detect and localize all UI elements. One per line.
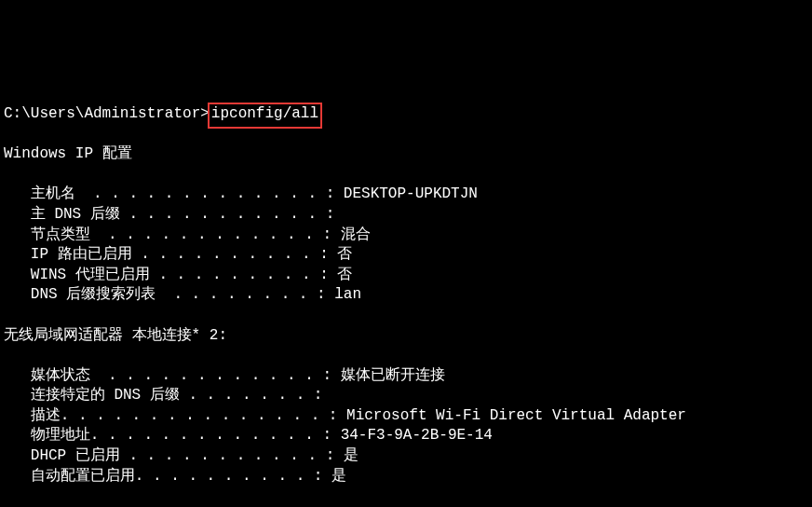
kv-row: DHCP 已启用 . . . . . . . . . . . : 是 [4,447,359,464]
kv-value: Microsoft Wi-Fi Direct Virtual Adapter [346,407,686,424]
kv-label: WINS 代理已启用 . . . . . . . . . : [4,267,337,283]
kv-row: WINS 代理已启用 . . . . . . . . . : 否 [4,267,352,283]
kv-label: 连接特定的 DNS 后缀 . . . . . . . : [4,387,332,404]
kv-value: 是 [344,447,359,464]
kv-value: DESKTOP-UPKDTJN [344,185,478,202]
kv-row: 主机名 . . . . . . . . . . . . . : DESKTOP-… [4,185,478,202]
command-highlight: ipconfig/all [208,103,322,129]
terminal-output[interactable]: C:\Users\Administrator>ipconfig/all Wind… [0,101,812,507]
kv-label: 媒体状态 . . . . . . . . . . . . : [4,367,341,384]
kv-row: 自动配置已启用. . . . . . . . . . : 是 [4,468,346,485]
kv-label: 物理地址. . . . . . . . . . . . . : [4,427,341,444]
kv-value: 34-F3-9A-2B-9E-14 [341,427,493,444]
kv-row: DNS 后缀搜索列表 . . . . . . . . : lan [4,286,361,303]
kv-row: 描述. . . . . . . . . . . . . . . : Micros… [4,407,686,424]
command-text: ipconfig/all [211,105,318,122]
kv-label: 主 DNS 后缀 . . . . . . . . . . . : [4,206,344,223]
kv-label: IP 路由已启用 . . . . . . . . . . : [4,246,337,263]
kv-label: 节点类型 . . . . . . . . . . . . : [4,226,341,243]
kv-row: 主 DNS 后缀 . . . . . . . . . . . : [4,206,344,223]
kv-label: 描述. . . . . . . . . . . . . . . : [4,407,346,424]
kv-row: IP 路由已启用 . . . . . . . . . . : 否 [4,246,352,263]
section-heading: Windows IP 配置 [4,145,132,162]
kv-value: lan [334,286,361,303]
kv-label: 自动配置已启用. . . . . . . . . . : [4,468,332,485]
kv-label: 主机名 . . . . . . . . . . . . . : [4,185,344,202]
kv-label: DNS 后缀搜索列表 . . . . . . . . : [4,286,334,303]
adapter-heading: 无线局域网适配器 本地连接* 2: [4,327,227,344]
kv-label: DHCP 已启用 . . . . . . . . . . . : [4,447,344,464]
kv-value: 媒体已断开连接 [341,367,445,384]
kv-value: 否 [337,267,352,283]
kv-value: 否 [337,246,352,263]
kv-row: 连接特定的 DNS 后缀 . . . . . . . : [4,387,332,404]
prompt-path: C:\Users\Administrator> [4,105,210,122]
kv-value: 是 [332,468,346,485]
kv-value: 混合 [341,226,371,243]
kv-row: 媒体状态 . . . . . . . . . . . . : 媒体已断开连接 [4,367,445,384]
kv-row: 节点类型 . . . . . . . . . . . . : 混合 [4,226,371,243]
kv-row: 物理地址. . . . . . . . . . . . . : 34-F3-9A… [4,427,493,444]
